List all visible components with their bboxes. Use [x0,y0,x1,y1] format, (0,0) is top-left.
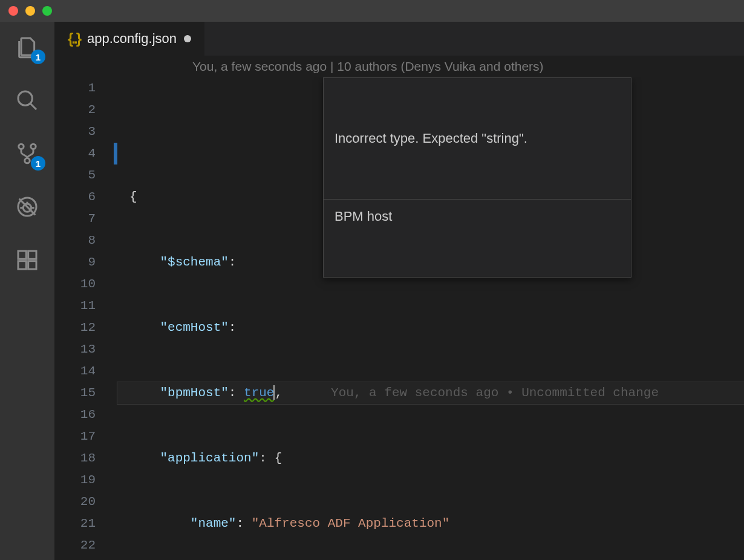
json-file-icon: {..} [68,30,80,47]
gitlens-authors-line: You, a few seconds ago | 10 authors (Den… [54,56,744,77]
code-content[interactable]: Incorrect type. Expected "string". BPM h… [117,77,744,560]
editor-pane: {..} app.config.json You, a few seconds … [54,22,744,560]
line-number: 14 [54,360,96,382]
explorer-badge: 1 [31,50,45,64]
svg-point-4 [25,158,30,163]
hover-tooltip: Incorrect type. Expected "string". BPM h… [323,77,631,278]
search-tab[interactable] [13,86,42,115]
code-line: "application": { [117,448,744,469]
svg-line-1 [30,103,36,109]
gitlens-inline-blame: You, a few seconds ago • Uncommitted cha… [331,386,659,400]
line-number: 5 [54,164,96,186]
code-line-current: "bpmHost": true,You, a few seconds ago •… [117,382,744,404]
line-number: 17 [54,426,96,448]
line-number: 10 [54,273,96,295]
window-zoom-button[interactable] [42,6,52,16]
line-number: 6 [54,186,96,208]
svg-point-3 [31,144,36,149]
activity-bar: 1 1 [0,22,54,560]
line-number: 11 [54,295,96,317]
debug-tab[interactable] [13,192,42,221]
line-number: 12 [54,317,96,339]
hover-description: BPM host [324,199,631,233]
line-number: 4 [54,143,96,164]
svg-point-0 [18,91,32,105]
line-number: 2 [54,99,96,121]
editor[interactable]: 1 2 3 4 5 6 7 8 9 10 11 12 13 14 15 16 1… [54,77,744,560]
hover-error-message: Incorrect type. Expected "string". [324,122,631,155]
line-number: 21 [54,513,96,535]
svg-rect-13 [28,261,36,269]
line-number: 18 [54,448,96,469]
line-number: 8 [54,230,96,252]
line-number: 15 [54,382,96,404]
line-number: 19 [54,469,96,491]
line-number-gutter: 1 2 3 4 5 6 7 8 9 10 11 12 13 14 15 16 1… [54,77,114,560]
explorer-tab[interactable]: 1 [13,33,42,62]
tab-filename: app.config.json [87,31,177,47]
search-icon [15,88,39,112]
extensions-tab[interactable] [13,246,42,275]
code-line: "name": "Alfresco ADF Application" [117,513,744,535]
svg-rect-14 [28,251,36,259]
line-number: 1 [54,77,96,99]
warning-token: true [244,386,274,400]
bug-icon [15,195,39,219]
titlebar [0,0,744,22]
svg-rect-12 [18,261,26,269]
window-close-button[interactable] [8,6,18,16]
line-number: 20 [54,491,96,513]
dirty-indicator-icon [184,35,191,42]
line-number: 3 [54,121,96,143]
scm-badge: 1 [31,156,45,171]
svg-rect-11 [18,251,26,259]
source-control-tab[interactable]: 1 [13,139,42,168]
svg-point-2 [19,144,24,149]
line-number: 16 [54,404,96,426]
line-number: 7 [54,208,96,230]
main: 1 1 {..} app.config.json You, a few seco… [0,22,744,560]
tab-app-config[interactable]: {..} app.config.json [54,22,205,56]
window-minimize-button[interactable] [25,6,35,16]
line-number: 9 [54,252,96,273]
line-number: 13 [54,339,96,360]
code-line: "ecmHost": [117,317,744,339]
line-number: 22 [54,535,96,556]
tab-bar: {..} app.config.json [54,22,744,56]
extensions-icon [15,248,39,272]
